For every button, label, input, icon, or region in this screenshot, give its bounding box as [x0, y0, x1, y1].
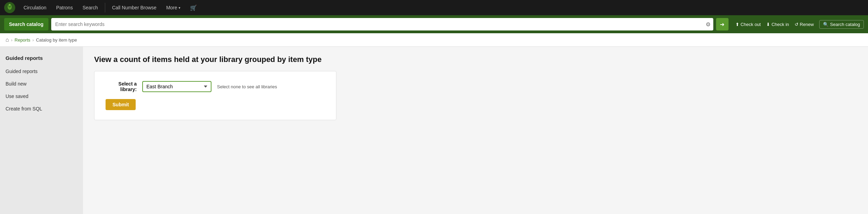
form-card: Select a library: East Branch West Branc… [94, 71, 336, 120]
app-logo[interactable] [4, 2, 15, 13]
sidebar: Guided reports Guided reports Build new … [0, 47, 83, 214]
checkout-icon: ⬆ [735, 22, 739, 27]
search-go-button[interactable]: ➜ [716, 18, 729, 30]
breadcrumb-sep-1: › [11, 37, 12, 43]
search-bar-row: Search catalog ⚙ ➜ ⬆ Check out ⬇ Check i… [0, 15, 868, 33]
library-hint: Select none to see all libraries [217, 84, 277, 89]
sidebar-item-use-saved[interactable]: Use saved [0, 90, 83, 102]
filter-icon[interactable]: ⚙ [706, 21, 711, 28]
nav-item-call-number-browse[interactable]: Call Number Browse [108, 2, 161, 13]
nav-search-label: Search [82, 5, 98, 10]
nav-circulation-label: Circulation [24, 5, 46, 10]
cart-icon[interactable]: 🛒 [186, 2, 201, 14]
nav-divider [105, 3, 105, 12]
search-input-wrapper: ⚙ [51, 18, 713, 30]
top-nav: Circulation Patrons Search Call Number B… [0, 0, 868, 15]
search-catalog-button[interactable]: Search catalog [4, 18, 48, 30]
arrow-right-icon: ➜ [720, 21, 724, 28]
submit-button[interactable]: Submit [106, 99, 136, 110]
submit-row: Submit [106, 99, 325, 110]
nav-call-number-label: Call Number Browse [112, 5, 156, 10]
svg-point-3 [9, 4, 11, 6]
renew-label: Renew [800, 22, 814, 27]
nav-item-more[interactable]: More ▾ [162, 2, 184, 13]
nav-item-search[interactable]: Search [78, 2, 102, 13]
home-icon[interactable]: ⌂ [6, 37, 9, 43]
main-layout: Guided reports Guided reports Build new … [0, 47, 868, 214]
chevron-down-icon: ▾ [179, 6, 180, 10]
checkin-icon: ⬇ [766, 22, 770, 27]
breadcrumb: ⌂ › Reports › Catalog by item type [0, 33, 868, 47]
nav-more-label: More [166, 5, 177, 10]
breadcrumb-reports-link[interactable]: Reports [15, 37, 30, 43]
library-label: Select a library: [106, 81, 137, 92]
page-title: View a count of items held at your libra… [94, 55, 857, 64]
sidebar-item-create-from-sql[interactable]: Create from SQL [0, 102, 83, 115]
search-icon: 🔍 [823, 22, 829, 27]
breadcrumb-sep-2: › [33, 37, 34, 43]
checkout-button[interactable]: ⬆ Check out [735, 22, 761, 27]
checkout-label: Check out [741, 22, 761, 27]
sidebar-item-guided-reports[interactable]: Guided reports [0, 65, 83, 78]
nav-item-patrons[interactable]: Patrons [52, 2, 77, 13]
renew-button[interactable]: ↺ Renew [795, 22, 814, 27]
renew-icon: ↺ [795, 22, 798, 27]
content-area: View a count of items held at your libra… [83, 47, 868, 214]
library-select-row: Select a library: East Branch West Branc… [106, 81, 325, 92]
sidebar-item-build-new[interactable]: Build new [0, 78, 83, 90]
breadcrumb-current: Catalog by item type [36, 37, 77, 43]
nav-item-circulation[interactable]: Circulation [19, 2, 51, 13]
library-select[interactable]: East Branch West Branch Main Library Nor… [142, 81, 211, 92]
sidebar-title: Guided reports [0, 52, 83, 65]
checkin-label: Check in [771, 22, 789, 27]
search-catalog-action-button[interactable]: 🔍 Search catalog [819, 20, 864, 29]
action-buttons: ⬆ Check out ⬇ Check in ↺ Renew 🔍 Search … [735, 20, 864, 29]
nav-patrons-label: Patrons [56, 5, 73, 10]
search-catalog-action-label: Search catalog [830, 22, 860, 27]
search-input[interactable] [51, 18, 713, 30]
checkin-button[interactable]: ⬇ Check in [766, 22, 789, 27]
